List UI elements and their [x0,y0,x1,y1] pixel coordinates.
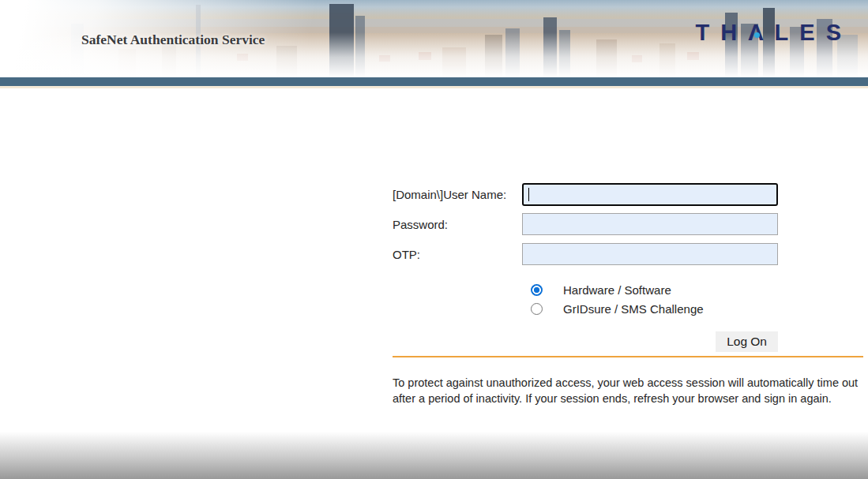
auth-option-0[interactable]: Hardware / Software [531,280,863,299]
thales-logo-right: LES [775,20,852,45]
username-row: [Domain\]User Name: [393,183,863,206]
username-input[interactable] [522,183,778,206]
session-timeout-notice: To protect against unauthorized access, … [393,375,863,406]
header-banner: SafeNet Authentication Service THΛLES [0,0,868,77]
submit-row: Log On [393,331,778,352]
header-divider-bar [0,77,868,86]
thales-logo-a: Λ [748,21,774,44]
log-on-button[interactable]: Log On [716,331,778,352]
password-row: Password: [393,213,863,235]
text-caret [528,188,529,201]
password-label: Password: [393,218,522,231]
auth-option-0-label: Hardware / Software [563,283,671,297]
otp-label: OTP: [393,248,522,261]
username-label: [Domain\]User Name: [393,188,522,201]
auth-option-0-radio[interactable] [531,284,543,296]
otp-input[interactable] [522,243,778,265]
password-input[interactable] [522,213,778,235]
thales-logo-left: TH [696,20,749,45]
header-divider-accent [0,86,868,88]
auth-option-1-label: GrIDsure / SMS Challenge [563,302,704,316]
auth-option-1[interactable]: GrIDsure / SMS Challenge [531,299,863,318]
form-divider-rule [393,356,863,357]
product-title: SafeNet Authentication Service [81,32,265,48]
otp-row: OTP: [393,243,863,265]
auth-method-group: Hardware / Software GrIDsure / SMS Chall… [393,280,863,318]
username-input-wrap [522,183,778,206]
page: SafeNet Authentication Service THΛLES [D… [0,0,868,479]
footer-gradient [0,432,868,479]
login-panel: [Domain\]User Name: Password: OTP: Hardw… [393,183,863,406]
thales-logo: THΛLES [696,21,852,44]
auth-option-1-radio[interactable] [531,303,543,315]
